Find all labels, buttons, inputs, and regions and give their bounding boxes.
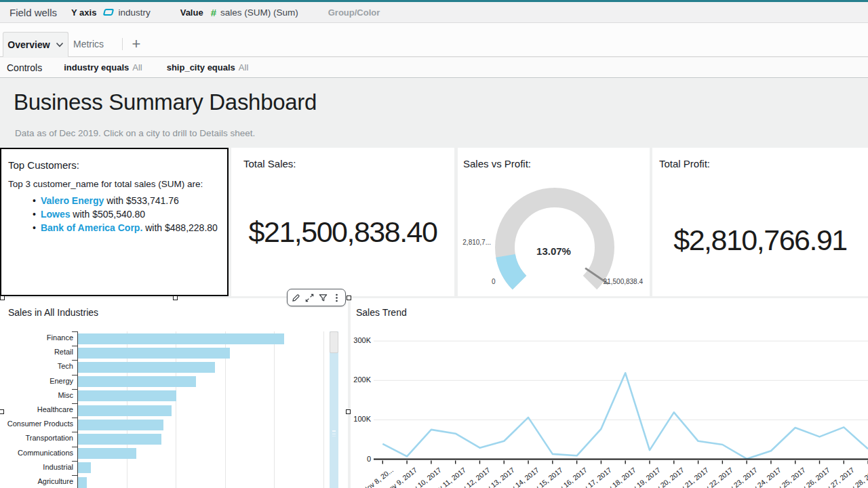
customer-amount: with $505,540.80 [70,209,145,220]
axis-tick [72,389,77,390]
controls-title: Controls [7,62,42,73]
bar[interactable] [78,362,215,373]
maximize-icon[interactable] [304,293,315,303]
value-field-pill[interactable]: sales (SUM) (Sum) [220,7,298,18]
axis-tick [72,346,77,346]
kpi-title: Total Profit: [659,158,710,169]
selection-handle[interactable] [173,296,178,300]
y-axis-tick-label: 300K [351,336,371,344]
chevron-down-icon [56,42,64,47]
edit-pencil-icon[interactable] [291,293,301,303]
customer-amount: with $488,228.80 [142,222,218,233]
gridline [274,331,275,488]
bar[interactable] [78,448,136,459]
add-sheet-button[interactable]: + [127,34,145,54]
customer-amount: with $533,741.76 [104,195,179,206]
bar[interactable] [78,420,163,430]
field-wells-title: Field wells [9,7,57,18]
filter-industry-value[interactable]: All [132,62,142,73]
filter-control-industry[interactable]: industry equalsAll [64,62,142,73]
controls-bar: Controls industry equalsAll ship_city eq… [0,58,868,78]
y-axis-line [77,331,78,488]
bar[interactable] [78,405,172,416]
insight-title: Top Customers: [8,159,79,171]
customer-link[interactable]: Lowes [41,209,71,220]
bar-category-label: Agriculture [0,477,73,485]
selection-handle[interactable] [0,409,4,414]
gauge-value-label: 2,810,7... [458,239,491,246]
customer-link[interactable]: Valero Energy [41,195,104,206]
field-wells-bar: Field wells Y axis industry Value # sale… [0,2,868,23]
gauge-max-label: 21,500,838.4 [604,278,643,285]
page-title: Business Summary Dashboard [14,89,317,115]
filter-ship-city-label: ship_city equals [167,62,235,73]
tab-metrics[interactable]: Metrics [73,32,106,56]
bar[interactable] [78,390,176,401]
tab-divider [122,38,123,50]
kebab-menu-icon[interactable] [332,293,342,303]
line-chart-svg [351,298,868,488]
axis-tick [72,461,77,462]
bar-category-label: Transportation [0,434,73,442]
filter-funnel-icon[interactable] [318,293,328,303]
top-customers-insight-card[interactable]: Top Customers: Top 3 customer_name for t… [0,148,229,296]
kpi-title: Total Sales: [243,158,296,169]
measure-hash-icon: # [211,7,216,18]
y-axis-tick-label: 0 [351,455,371,463]
bar-chart-title: Sales in All Industries [8,307,98,318]
industry-bar-chart-card[interactable]: Sales in All Industries FinanceRetailTec… [0,298,348,488]
bar-category-label: Healthcare [0,405,73,413]
axis-tick [72,360,77,361]
axis-tick [72,432,77,432]
axis-tick [72,447,77,447]
bar-chart-scrollbar[interactable] [330,331,338,488]
total-profit-value: $2,810,766.91 [652,224,868,257]
bar[interactable] [78,477,87,488]
y-axis-tick-label: 200K [351,375,371,384]
customer-link[interactable]: Bank of America Corp. [41,222,142,233]
visual-hover-toolbar [287,289,346,306]
trend-line[interactable] [382,373,868,459]
filter-ship-city-value[interactable]: All [239,62,248,73]
list-item: Valero Energy with $533,741.76 [33,194,218,207]
y-axis-well-label: Y axis [71,7,96,18]
selection-handle[interactable] [0,296,5,300]
axis-tick [72,418,77,418]
bar[interactable] [78,348,230,359]
bar-category-label: Finance [0,333,73,342]
insight-intro: Top 3 customer_name for total sales (SUM… [8,179,203,189]
filter-industry-label: industry equals [64,62,129,73]
gauge-min-label: 0 [492,278,496,285]
bar[interactable] [78,434,161,445]
axis-tick [72,475,77,476]
tab-overview[interactable]: Overview [3,32,68,57]
tab-overview-label: Overview [7,39,50,50]
sales-trend-chart-card[interactable]: Sales Trend 0100K200K300KNov 8, 20...Nov… [351,298,868,488]
total-profit-kpi-card[interactable]: Total Profit: $2,810,766.91 [652,148,868,296]
bar-category-label: Misc [0,391,73,399]
y-axis-field-pill[interactable]: industry [118,7,150,18]
bar[interactable] [78,376,196,387]
filter-control-ship-city[interactable]: ship_city equalsAll [167,62,249,73]
list-item: Lowes with $505,540.80 [33,207,218,221]
insight-list: Valero Energy with $533,741.76 Lowes wit… [33,194,218,235]
bar[interactable] [78,333,284,344]
selection-handle[interactable] [346,409,351,414]
axis-tick [72,331,77,332]
bar-category-label: Communications [0,449,73,457]
bar-category-label: Tech [0,362,73,370]
gauge-percent-label: 13.07% [458,245,650,257]
sales-vs-profit-gauge-card[interactable]: Sales vs Profit: 13.07% 2,810,7... 0 21,… [458,148,650,296]
bar-category-label: Energy [0,377,73,385]
value-well-label: Value [180,7,203,18]
y-axis-tick-label: 100K [351,415,371,423]
scrollbar-thumb[interactable] [330,331,338,353]
dimension-icon [103,9,115,16]
selection-handle[interactable] [347,296,351,300]
scrollbar-grip [332,430,336,436]
total-sales-kpi-card[interactable]: Total Sales: $21,500,838.40 [231,148,454,296]
gauge-fill [506,256,519,283]
bar[interactable] [78,462,91,473]
gridline [323,331,324,488]
gauge-chart[interactable] [458,148,650,296]
